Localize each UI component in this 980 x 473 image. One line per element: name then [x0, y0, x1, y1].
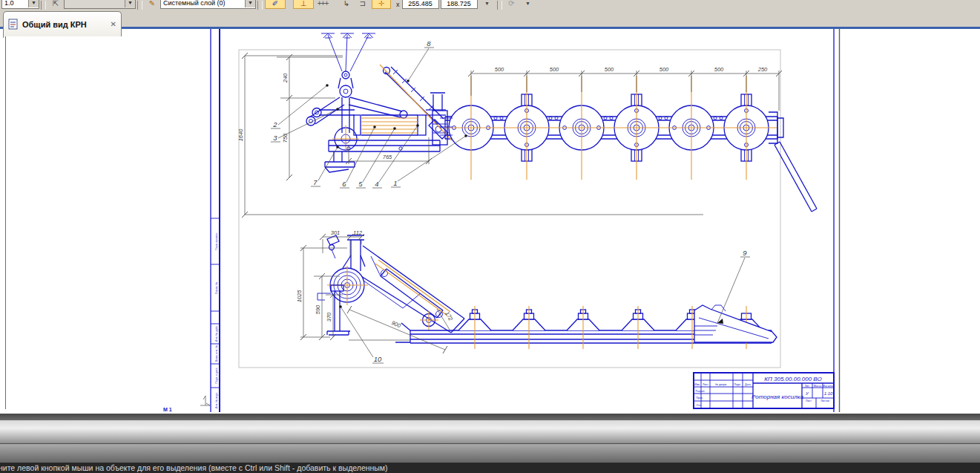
grid-icon[interactable]: +++ [315, 0, 330, 9]
frame-column-label: Инв. № подл. [215, 392, 218, 408]
hitch-mechanism-top[interactable] [306, 33, 453, 172]
toolbar-separator [137, 1, 142, 10]
snap-icon[interactable]: ✛ [372, 0, 391, 9]
dim-590[interactable]: 590 [315, 304, 321, 314]
corner-arrow-icon[interactable]: ↳ [339, 0, 354, 9]
dim-172[interactable]: 172 [444, 310, 455, 322]
dim-500[interactable]: 500 [660, 66, 669, 73]
callout-9[interactable]: 9 [743, 249, 747, 257]
tab-label: Общий вид КРН [22, 20, 87, 29]
lit-header: Лит. [805, 385, 810, 388]
edit-mode-toggle-icon[interactable]: ✐ [265, 0, 286, 9]
side-view-callouts: 9 10 [339, 249, 750, 363]
sheets-label: Листов [820, 399, 829, 402]
toolbar-separator [41, 1, 46, 10]
top-toolbar: 1.0 ▼ ⇱ ▼ ✎ Системный слой (0) ▼ ✐ ⊥ +++… [0, 0, 980, 10]
sheet-label: Лист [806, 399, 812, 402]
callout-1[interactable]: 1 [393, 179, 397, 187]
coord-x-field[interactable] [402, 0, 439, 9]
dim-500[interactable]: 500 [495, 66, 504, 73]
status-bar: ните левой кнопкой мыши на объекте для е… [0, 463, 980, 473]
sheet-frame: Перв. примен. Справ. № Инв. № дубл. Взам… [6, 29, 840, 412]
outer-skid[interactable] [694, 305, 777, 342]
swath-board-top[interactable] [769, 112, 817, 212]
move-view-icon[interactable]: ⇱ [48, 0, 63, 9]
chevron-down-icon[interactable]: ▼ [28, 0, 39, 7]
zoom-value: 1.0 [4, 0, 14, 7]
coord-x-label: x [396, 1, 400, 8]
frame-column-label: Инв. № дубл. [215, 325, 218, 342]
chevron-down-icon[interactable]: ▼ [521, 0, 536, 9]
tension-spring [354, 115, 426, 135]
property-panel-collapsed[interactable] [0, 420, 980, 443]
dim-500[interactable]: 500 [605, 66, 614, 73]
callout-8[interactable]: 8 [427, 39, 431, 48]
role-row: Утв. [697, 404, 702, 407]
dim-370[interactable]: 370 [326, 312, 332, 322]
title-block[interactable]: Изм. Лист № докум. Подп. Дата Разраб. Пр… [694, 373, 834, 408]
frame-column-label: Подп. и дата [215, 368, 218, 383]
callout-4[interactable]: 4 [375, 180, 378, 188]
frame-column-label: Взам. инв. № [215, 345, 218, 362]
callout-7[interactable]: 7 [313, 178, 318, 186]
callout-3[interactable]: 3 [273, 134, 277, 142]
callout-6[interactable]: 6 [342, 180, 346, 188]
dim-301[interactable]: 301 [331, 229, 341, 236]
ortho-mode-toggle-icon[interactable]: ⊥ [293, 0, 314, 9]
toolbar-separator [497, 1, 502, 10]
dim-500[interactable]: 500 [550, 66, 559, 73]
mass-header: Масса [814, 385, 822, 388]
base-dimension: 765 [346, 137, 432, 164]
layer-combobox[interactable]: Системный слой (0) ▼ [160, 0, 256, 9]
diagonal-dimension: 900 [347, 306, 447, 353]
status-message: ните левой кнопкой мыши на объекте для е… [0, 463, 388, 472]
tab-obshchiy-vid-krn[interactable]: Общий вид КРН ✕ [3, 11, 122, 36]
side-view[interactable]: 301 112 1025 590 370 900 172 [296, 229, 777, 363]
dim-250[interactable]: 250 [757, 66, 768, 73]
part-name[interactable]: Роторная косилка [752, 394, 803, 400]
dim-1640[interactable]: 1640 [237, 128, 244, 142]
top-span-dimensions: 500 500 500 500 500 250 [468, 66, 782, 111]
frame-column-label: Справ. № [215, 282, 218, 294]
role-row: Разраб. [696, 390, 706, 393]
callout-5[interactable]: 5 [358, 180, 363, 188]
top-view[interactable]: 500 500 500 500 500 250 1640 [237, 33, 817, 218]
dim-765[interactable]: 765 [383, 154, 392, 160]
pencil-icon[interactable]: ✎ [145, 0, 160, 9]
bracket-icon[interactable]: ⊐ [355, 0, 370, 9]
drawing-document-icon [8, 19, 18, 30]
drawing-canvas[interactable]: Перв. примен. Справ. № Инв. № дубл. Взам… [0, 29, 980, 414]
lit-value: У [805, 391, 809, 396]
chevron-down-icon[interactable]: ▼ [245, 0, 255, 7]
document-tab-bar: Общий вид КРН ✕ [0, 10, 980, 28]
sign-col: Изм. [694, 383, 700, 386]
style-combobox[interactable]: ▼ [64, 0, 136, 9]
side-top-dimensions: 301 112 [320, 229, 364, 258]
chevron-down-icon[interactable]: ▼ [480, 0, 495, 9]
message-panel-collapsed[interactable] [0, 443, 980, 463]
doc-number[interactable]: КП 305.00.00.000 ВО [764, 376, 822, 382]
drawing-sheet[interactable]: Перв. примен. Справ. № Инв. № дубл. Взам… [0, 29, 980, 414]
origin-marker [200, 396, 210, 405]
sign-col: Подп. [734, 383, 741, 386]
callout-2[interactable]: 2 [272, 120, 277, 128]
dim-240[interactable]: 240 [282, 73, 289, 83]
property-panel-edge [0, 414, 980, 420]
role-row: Пров. [696, 397, 703, 399]
scale-value[interactable]: 1:10 [824, 391, 833, 396]
layer-value: Системный слой (0) [163, 0, 226, 7]
close-icon[interactable]: ✕ [111, 20, 116, 28]
dim-1025[interactable]: 1025 [296, 290, 303, 303]
tab-underline [0, 27, 980, 29]
coord-y-field[interactable] [441, 0, 478, 9]
callout-10[interactable]: 10 [374, 355, 382, 363]
scale-note[interactable]: М 1 [163, 407, 172, 412]
zoom-combobox[interactable]: 1.0 ▼ [1, 0, 39, 9]
dim-750[interactable]: 750 [282, 133, 289, 143]
chevron-down-icon[interactable]: ▼ [125, 0, 135, 7]
sign-col: № докум. [715, 383, 727, 386]
dim-500[interactable]: 500 [714, 66, 724, 73]
sign-col: Лист [703, 383, 708, 386]
dim-112[interactable]: 112 [353, 229, 363, 236]
suspension-trestles [321, 33, 375, 71]
